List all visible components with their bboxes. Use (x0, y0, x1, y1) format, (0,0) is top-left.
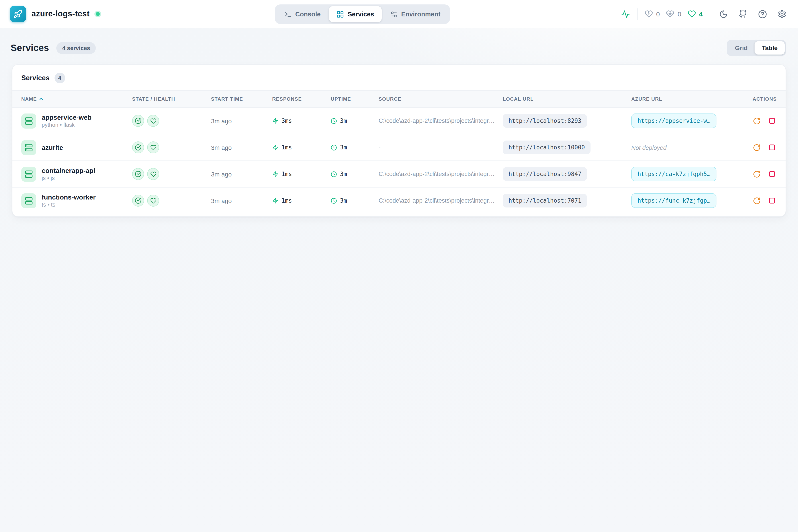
refresh-icon (753, 144, 761, 151)
tab-services-label: Services (347, 11, 374, 18)
start-time: 3m ago (211, 117, 272, 125)
service-name: azurite (42, 144, 63, 151)
uptime: 3m (340, 144, 347, 151)
stop-icon (768, 170, 776, 178)
stop-service-button[interactable] (767, 196, 777, 205)
stop-icon (768, 144, 776, 151)
check-circle-icon (135, 117, 141, 124)
terminal-icon (284, 11, 292, 18)
restart-service-button[interactable] (752, 196, 762, 206)
gear-icon (778, 10, 786, 18)
stop-service-button[interactable] (767, 169, 777, 179)
chevron-up-icon (39, 96, 44, 101)
server-icon (21, 113, 36, 128)
brand: azure-logs-test (10, 6, 100, 22)
health-counters: 0 0 4 (645, 10, 703, 18)
column-header-azure-url[interactable]: AZURE URL (631, 96, 733, 101)
column-header-name[interactable]: NAME (21, 96, 132, 101)
service-name: appservice-web (42, 114, 92, 121)
card-title: Services (21, 74, 50, 82)
table-row: functions-worker ts • ts 3m ago 1ms (13, 187, 785, 214)
stop-service-button[interactable] (767, 116, 777, 126)
table-row: azurite 3m ago 1ms (13, 134, 785, 160)
azure-url-not-deployed: Not deployed (631, 144, 667, 151)
clock-icon (331, 197, 337, 204)
tab-environment[interactable]: Environment (383, 6, 448, 22)
local-url-pill[interactable]: http://localhost:8293 (503, 114, 587, 128)
check-circle-icon (135, 171, 141, 177)
zap-icon (272, 118, 279, 124)
column-header-start-time[interactable]: START TIME (211, 96, 272, 101)
health-healthy-badge (147, 195, 159, 207)
column-header-actions: ACTIONS (733, 96, 777, 101)
refresh-icon (753, 117, 761, 125)
local-url-pill[interactable]: http://localhost:10000 (503, 140, 590, 154)
grid-view-button[interactable]: Grid (728, 41, 755, 55)
page-title: Services (11, 42, 49, 53)
response-time: 1ms (282, 144, 292, 151)
local-url-pill[interactable]: http://localhost:9847 (503, 167, 587, 181)
column-header-uptime[interactable]: UPTIME (331, 96, 379, 101)
response-time: 3ms (282, 117, 292, 124)
stop-icon (768, 117, 776, 125)
local-url-pill[interactable]: http://localhost:7071 (503, 194, 587, 208)
start-time: 3m ago (211, 170, 272, 177)
card-count-badge: 4 (55, 73, 65, 83)
source-path: C:\code\azd-app-2\cli\tests\projects\int… (379, 117, 503, 124)
healthy-counter: 4 (687, 10, 703, 18)
column-header-state[interactable]: STATE / HEALTH (132, 96, 211, 101)
restart-service-button[interactable] (752, 169, 762, 179)
services-table-card: Services 4 NAME STATE / HEALTH START TIM… (12, 64, 786, 217)
github-icon (739, 10, 747, 18)
degraded-counter: 0 (666, 10, 681, 18)
help-button[interactable] (756, 8, 769, 20)
main-nav-tabs: Console Services Environment (275, 4, 450, 24)
service-subtitle: python • flask (42, 122, 92, 128)
restart-service-button[interactable] (752, 142, 762, 152)
tab-services[interactable]: Services (329, 6, 381, 22)
restart-service-button[interactable] (752, 116, 762, 126)
server-icon (21, 140, 36, 155)
table-row: appservice-web python • flask 3m ago 3ms (13, 107, 785, 134)
activity-icon (621, 10, 630, 18)
settings-button[interactable] (776, 8, 788, 20)
theme-toggle-button[interactable] (717, 8, 730, 20)
services-count-badge: 4 services (57, 42, 96, 54)
azure-url-link[interactable]: https://func-k7zjfgp… (631, 193, 717, 208)
start-time: 3m ago (211, 197, 272, 204)
source-path: C:\code\azd-app-2\cli\tests\projects\int… (379, 197, 503, 204)
broken-count: 0 (656, 10, 660, 18)
column-header-response[interactable]: RESPONSE (272, 96, 331, 101)
azure-url-link[interactable]: https://ca-k7zjfgph5… (631, 167, 717, 181)
status-dot (96, 12, 100, 16)
clock-icon (331, 144, 337, 151)
degraded-count: 0 (678, 10, 681, 18)
app-window: azure-logs-test Console Services Env (0, 0, 798, 532)
heart-icon (150, 171, 156, 177)
health-healthy-badge (147, 141, 159, 153)
table-view-button[interactable]: Table (755, 41, 785, 55)
stop-service-button[interactable] (767, 143, 777, 152)
service-subtitle: js • js (42, 175, 95, 181)
view-toggle: Grid Table (726, 40, 786, 56)
top-header: azure-logs-test Console Services Env (0, 0, 798, 28)
table-header-row: NAME STATE / HEALTH START TIME RESPONSE … (13, 91, 785, 107)
tab-environment-label: Environment (401, 11, 440, 18)
check-circle-icon (135, 197, 141, 204)
source-path: C:\code\azd-app-2\cli\tests\projects\int… (379, 171, 503, 177)
state-running-badge (132, 168, 144, 180)
tab-console[interactable]: Console (277, 6, 328, 22)
broken-counter: 0 (645, 10, 660, 18)
app-title: azure-logs-test (32, 9, 90, 19)
refresh-icon (753, 197, 761, 205)
grid-icon (337, 11, 344, 18)
column-header-local-url[interactable]: LOCAL URL (503, 96, 631, 101)
uptime: 3m (340, 197, 347, 204)
clock-icon (331, 118, 337, 124)
column-header-source[interactable]: SOURCE (379, 96, 503, 101)
server-icon (21, 193, 36, 208)
rocket-icon (10, 6, 26, 22)
github-button[interactable] (737, 8, 749, 20)
azure-url-link[interactable]: https://appservice-w… (631, 114, 717, 128)
health-healthy-badge (147, 168, 159, 180)
